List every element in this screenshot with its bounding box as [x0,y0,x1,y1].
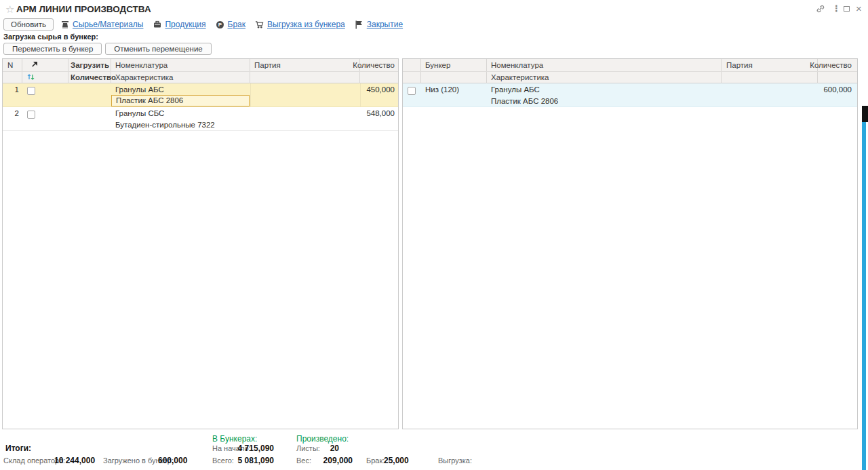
row-number: 2 [3,109,19,117]
characteristic-cell[interactable]: Бутадиен-стирольные 7322 [115,121,215,129]
action-buttons: Переместить в бункер Отменить перемещени… [3,43,212,55]
col-load-quantity: Количество [71,73,116,81]
sort-arrows-icon [27,73,35,82]
bunker-cell[interactable]: Низ (120) [425,85,459,94]
row-checkbox[interactable] [27,87,35,95]
link-unload-bunker[interactable]: Выгрузка из бункера [267,20,345,29]
link-closing[interactable]: Закрытие [367,20,403,29]
quantity-cell[interactable]: 600,000 [823,85,852,94]
cancel-move-button[interactable]: Отменить перемещение [105,43,211,55]
col-characteristic: Характеристика [115,73,174,81]
favorite-star-icon[interactable]: ☆ [5,3,14,16]
row-checkbox[interactable] [408,87,416,95]
link-defect[interactable]: Брак [228,20,245,29]
raw-materials-table-header: N Загрузить Количество Номенклатура Хара… [3,59,398,83]
col-bunker: Бункер [425,61,450,69]
defect-value: 25,000 [384,456,409,465]
characteristic-cell-active[interactable]: Пластик АБС 2806 [111,95,250,106]
products-icon [153,20,161,29]
close-window-icon[interactable]: × [856,4,862,14]
toolbar: Обновить Сырье/Материалы Продукция Р Бра… [3,18,412,31]
operator-warehouse-value: 10 244,000 [54,456,95,465]
svg-text:Р: Р [218,22,222,28]
col-batch: Партия [726,61,753,69]
characteristic-cell[interactable]: Пластик АБС 2806 [491,97,558,105]
load-raw-to-bunker-label: Загрузка сырья в бункер: [3,33,98,41]
loaded-to-bunker-value: 600,000 [158,456,187,465]
more-menu-icon[interactable]: ⋮ [832,4,841,14]
raw-materials-table: N Загрузить Количество Номенклатура Хара… [2,58,399,429]
defect-icon: Р [216,20,224,29]
produced-title: Произведено: [296,434,349,444]
page-title: АРМ ЛИНИИ ПРОИЗВОДСТВА [16,4,151,14]
link-icon[interactable] [816,4,825,16]
unload-bunker-icon [255,20,264,29]
col-quantity: Количество [353,61,395,69]
edge-black-strip [862,106,868,122]
raw-materials-icon [60,20,69,29]
col-batch: Партия [254,61,281,69]
table-row[interactable]: 2 Гранулы СБС Бутадиен-стирольные 7322 5… [3,107,398,131]
refresh-button[interactable]: Обновить [3,18,54,31]
col-n: N [7,61,13,69]
edge-blue-strip [862,122,866,470]
table-row[interactable]: Низ (120) Гранулы АБС Пластик АБС 2806 6… [403,83,857,107]
move-to-bunker-button[interactable]: Переместить в бункер [3,43,102,55]
bunkers-table: Бункер Номенклатура Характеристика Парти… [402,58,858,429]
defect-label: Брак: [366,456,384,465]
in-bunkers-title: В Бункерах: [212,434,257,444]
nomenclature-cell[interactable]: Гранулы АБС [491,85,540,94]
nomenclature-cell[interactable]: Гранулы АБС [115,85,164,94]
sheets-value: 20 [298,444,339,453]
table-row[interactable]: 1 Гранулы АБС Пластик АБС 2806 450,000 [3,83,398,107]
col-quantity: Количество [810,61,852,69]
col-characteristic: Характеристика [491,73,549,81]
totals-title: Итоги: [5,444,31,453]
weight-value: 209,000 [298,456,353,465]
restore-window-icon[interactable] [844,4,850,14]
row-number: 1 [3,85,19,94]
col-nomenclature: Номенклатура [115,61,167,69]
link-raw-materials[interactable]: Сырье/Материалы [73,20,143,29]
closing-flag-icon [355,20,363,29]
row-checkbox[interactable] [27,111,35,119]
total-value: 5 081,090 [217,456,274,465]
marker-arrow-icon [31,61,38,70]
bunkers-table-header: Бункер Номенклатура Характеристика Парти… [403,59,857,83]
col-nomenclature: Номенклатура [491,61,543,69]
quantity-cell[interactable]: 548,000 [366,109,395,117]
quantity-cell[interactable]: 450,000 [366,85,395,94]
col-load: Загрузить [71,61,109,69]
link-products[interactable]: Продукция [165,20,205,29]
unload-label: Выгрузка: [438,456,472,465]
nomenclature-cell[interactable]: Гранулы СБС [115,109,164,117]
at-start-value: 4 715,090 [217,444,274,453]
